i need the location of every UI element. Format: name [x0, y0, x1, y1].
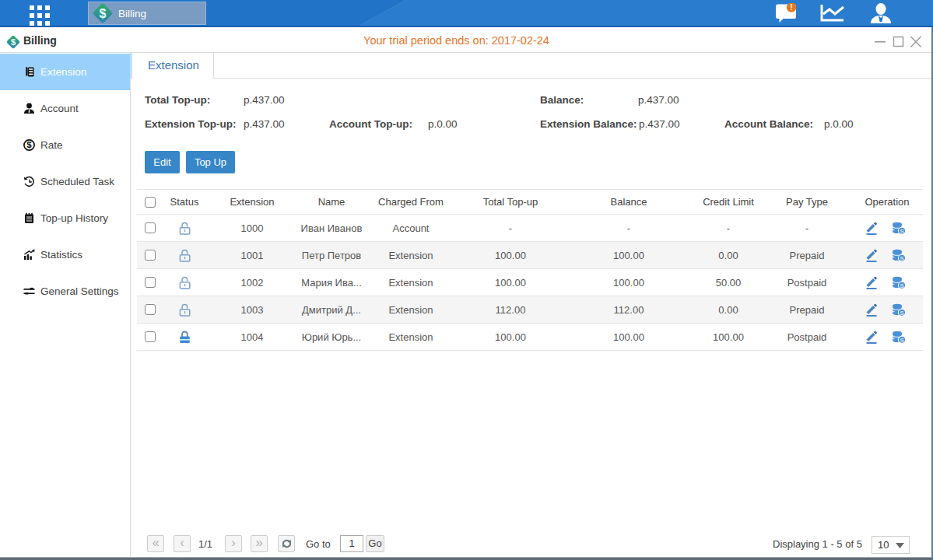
- svg-text:$: $: [26, 140, 32, 149]
- svg-text:S: S: [900, 309, 904, 316]
- svg-text:S: S: [900, 282, 904, 289]
- svg-text:S: S: [900, 254, 904, 261]
- svg-text:$: $: [100, 7, 107, 20]
- svg-text:S: S: [900, 336, 904, 343]
- svg-text:!: !: [790, 3, 793, 12]
- svg-text:S: S: [900, 227, 904, 234]
